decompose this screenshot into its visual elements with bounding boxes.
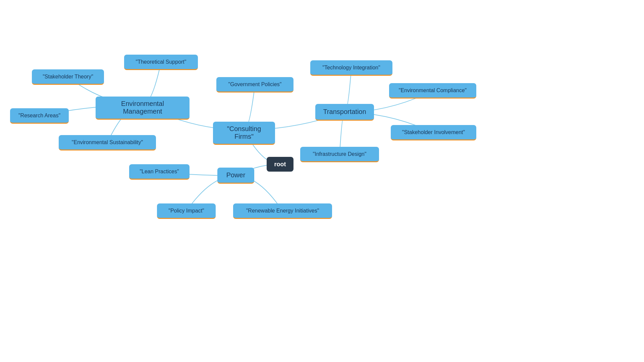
mind-map-canvas: root"Consulting Firms"PowerEnvironmental… — [0, 0, 644, 362]
node-govt_policies[interactable]: "Government Policies" — [216, 77, 293, 93]
node-research_areas[interactable]: "Research Areas" — [10, 108, 69, 124]
node-policy_impact[interactable]: "Policy Impact" — [157, 203, 216, 219]
node-infra_design[interactable]: "Infrastructure Design" — [300, 147, 379, 162]
node-theoretical[interactable]: "Theoretical Support" — [124, 55, 198, 70]
node-env_compliance[interactable]: "Environmental Compliance" — [389, 83, 476, 99]
node-lean_practices[interactable]: "Lean Practices" — [129, 164, 190, 180]
node-environmental_mgmt[interactable]: Environmental Management — [96, 97, 190, 120]
node-transportation[interactable]: Transportation — [315, 104, 374, 121]
node-consulting[interactable]: "Consulting Firms" — [213, 122, 275, 145]
node-root[interactable]: root — [267, 157, 293, 172]
node-power[interactable]: Power — [217, 168, 254, 184]
node-stakeholder_theory[interactable]: "Stakeholder Theory" — [32, 69, 104, 85]
node-tech_integration[interactable]: "Technology Integration" — [310, 60, 392, 76]
connections-svg — [0, 0, 644, 362]
node-renewable[interactable]: "Renewable Energy Initiatives" — [233, 203, 332, 219]
node-env_sustainability[interactable]: "Environmental Sustainability" — [59, 135, 156, 150]
node-stakeholder_inv[interactable]: "Stakeholder Involvement" — [391, 125, 476, 140]
